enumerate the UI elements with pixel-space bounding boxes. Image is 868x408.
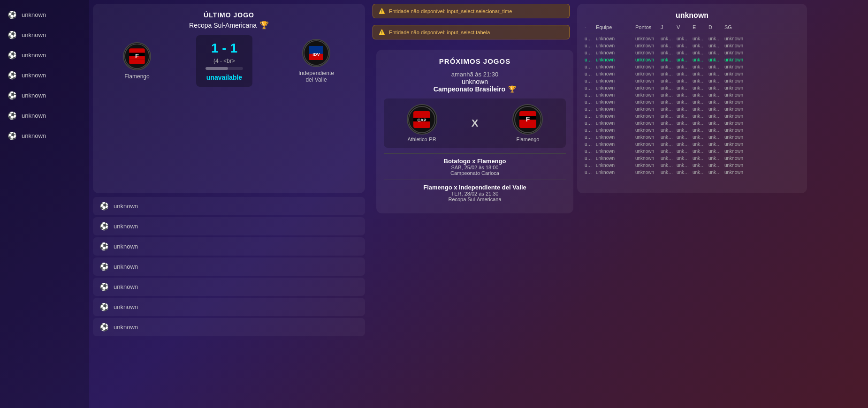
list-label-1: unknown — [114, 223, 138, 230]
table-cell-13-4: unknown — [677, 128, 691, 133]
col-equipe: Equipe — [596, 24, 633, 30]
svg-text:F: F — [526, 115, 530, 123]
table-row: unknownunknownunknownunknownunknownunkno… — [585, 35, 799, 42]
table-cell-11-3: unknown — [661, 113, 675, 119]
preview-team1: CAP Athletico-PR — [407, 104, 437, 142]
table-cell-14-4: unknown — [677, 135, 691, 140]
table-cell-10-4: unknown — [677, 106, 691, 112]
table-cell-2-0: unknown — [585, 50, 594, 55]
table-cell-12-3: unknown — [661, 121, 675, 126]
table-cell-18-1: unknown — [596, 163, 633, 168]
list-item[interactable]: ⚽unknown — [93, 237, 365, 256]
table-cell-4-5: unknown — [693, 64, 707, 69]
table-cell-15-1: unknown — [596, 142, 633, 147]
score-block: 1 - 1 (4 - <br> unavailable — [196, 35, 252, 87]
col-v: V — [677, 24, 691, 30]
left-panel: ⚽unknown⚽unknown⚽unknown⚽unknown⚽unknown… — [0, 0, 89, 408]
table-cell-7-0: unknown — [585, 85, 594, 91]
table-cell-19-5: unknown — [693, 170, 707, 175]
list-item[interactable]: ⚽unknown — [93, 298, 365, 316]
table-row: unknownunknownunknownunknownunknownunkno… — [585, 91, 799, 98]
scrollbar-indicator[interactable] — [206, 67, 243, 70]
table-cell-11-6: unknown — [708, 113, 723, 119]
list-icon-0: ⚽ — [99, 202, 109, 211]
sidebar-label-6: unknown — [22, 132, 46, 139]
svg-text:F: F — [135, 53, 139, 60]
table-cell-1-5: unknown — [693, 43, 707, 48]
table-cell-10-6: unknown — [708, 106, 723, 112]
bottom-section: ⚽unknown⚽unknown⚽unknown⚽unknown⚽unknown… — [89, 197, 868, 408]
table-cell-19-2: unknown — [635, 170, 659, 175]
table-cell-12-2: unknown — [635, 121, 659, 126]
list-item[interactable]: ⚽unknown — [93, 278, 365, 296]
list-item[interactable]: ⚽unknown — [93, 197, 365, 215]
table-cell-4-6: unknown — [708, 64, 723, 69]
list-item[interactable]: ⚽unknown — [93, 318, 365, 336]
list-label-6: unknown — [114, 324, 138, 331]
table-cell-17-7: unknown — [724, 156, 748, 161]
table-cell-11-1: unknown — [596, 113, 633, 119]
table-cell-1-4: unknown — [677, 43, 691, 48]
col-e: E — [693, 24, 707, 30]
col-d: D — [708, 24, 723, 30]
table-cell-0-6: unknown — [708, 36, 723, 41]
svg-text:IDV: IDV — [312, 52, 320, 57]
table-cell-10-3: unknown — [661, 106, 675, 112]
table-cell-16-4: unknown — [677, 149, 691, 154]
table-cell-11-2: unknown — [635, 113, 659, 119]
table-cell-18-6: unknown — [708, 163, 723, 168]
sidebar-label-1: unknown — [22, 31, 46, 38]
table-cell-9-2: unknown — [635, 99, 659, 105]
next-match-time: amanhã às 21:30 — [384, 71, 566, 78]
list-label-5: unknown — [114, 303, 138, 310]
table-cell-5-6: unknown — [708, 71, 723, 76]
table-cell-5-7: unknown — [724, 71, 748, 76]
table-cell-0-5: unknown — [693, 36, 707, 41]
table-cell-14-6: unknown — [708, 135, 723, 140]
table-cell-16-3: unknown — [661, 149, 675, 154]
table-cell-4-3: unknown — [661, 64, 675, 69]
list-item[interactable]: ⚽unknown — [93, 217, 365, 235]
table-cell-19-3: unknown — [661, 170, 675, 175]
table-row: unknownunknownunknownunknownunknownunkno… — [585, 49, 799, 56]
team1-block: F Flamengo — [123, 42, 151, 80]
table-cell-2-5: unknown — [693, 50, 707, 55]
table-cell-5-5: unknown — [693, 71, 707, 76]
table-cell-3-4: unknown — [677, 57, 691, 62]
table-row: unknownunknownunknownunknownunknownunkno… — [585, 63, 799, 70]
table-cell-17-1: unknown — [596, 156, 633, 161]
upcoming-match-0: Botafogo x Flamengo SÁB, 25/02 às 18:00 … — [384, 153, 566, 180]
table-row: unknownunknownunknownunknownunknownunkno… — [585, 106, 799, 113]
list-label-3: unknown — [114, 263, 138, 270]
table-row: unknownunknownunknownunknownunknownunkno… — [585, 155, 799, 162]
table-cell-12-1: unknown — [596, 121, 633, 126]
upcoming-comp-0: Campeonato Carioca — [384, 170, 566, 176]
sidebar-item-1[interactable]: ⚽unknown — [0, 25, 89, 45]
sidebar-item-2[interactable]: ⚽unknown — [0, 45, 89, 65]
sidebar-item-3[interactable]: ⚽unknown — [0, 65, 89, 85]
table-cell-15-5: unknown — [693, 142, 707, 147]
table-cell-9-5: unknown — [693, 99, 707, 105]
list-icon-5: ⚽ — [99, 302, 109, 311]
warning-text-1: Entidade não disponível: input_select.se… — [389, 8, 512, 14]
sidebar-item-4[interactable]: ⚽unknown — [0, 85, 89, 106]
table-cell-18-3: unknown — [661, 163, 675, 168]
table-cell-0-1: unknown — [596, 36, 633, 41]
warning-box-1: ⚠️ Entidade não disponível: input_select… — [373, 4, 570, 18]
table-cell-12-5: unknown — [693, 121, 707, 126]
table-cell-18-4: unknown — [677, 163, 691, 168]
sidebar-item-6[interactable]: ⚽unknown — [0, 126, 89, 146]
list-item[interactable]: ⚽unknown — [93, 257, 365, 276]
table-cell-8-7: unknown — [724, 92, 748, 98]
table-cell-14-7: unknown — [724, 135, 748, 140]
table-cell-14-0: unknown — [585, 135, 594, 140]
sidebar-label-4: unknown — [22, 92, 46, 99]
table-cell-9-6: unknown — [708, 99, 723, 105]
sidebar-item-5[interactable]: ⚽unknown — [0, 106, 89, 126]
trophy-icon: 🏆 — [259, 21, 269, 30]
table-cell-16-7: unknown — [724, 149, 748, 154]
table-cell-15-3: unknown — [661, 142, 675, 147]
sidebar-item-0[interactable]: ⚽unknown — [0, 5, 89, 25]
unavailable-text: unavailable — [206, 74, 242, 81]
table-cell-9-3: unknown — [661, 99, 675, 105]
